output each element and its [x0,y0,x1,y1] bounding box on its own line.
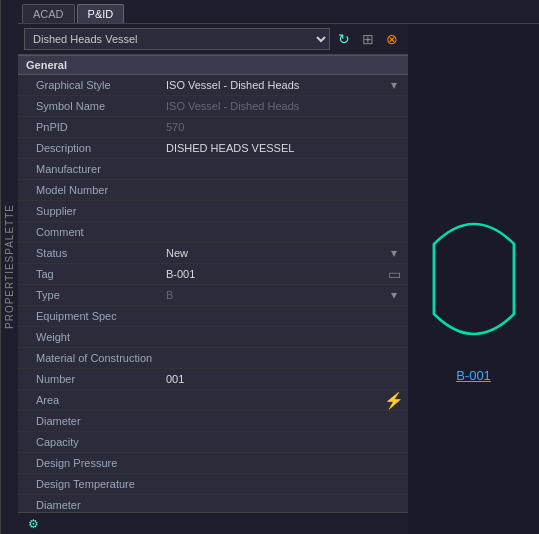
prop-label: Comment [22,226,162,238]
prop-value: ISO Vessel - Dished Heads [162,100,404,112]
prop-label: Manufacturer [22,163,162,175]
prop-value: B [162,289,384,301]
prop-label: Weight [22,331,162,343]
properties-panel: Dished Heads Vessel ↻ ⊞ ⊗ General Graphi… [18,24,408,534]
prop-label: Graphical Style [22,79,162,91]
prop-label: Diameter [22,499,162,511]
prop-label: Material of Construction [22,352,162,364]
prop-label: Equipment Spec [22,310,162,322]
vessel-select[interactable]: Dished Heads Vessel [24,28,330,50]
table-row: Capacity [18,432,408,453]
palette-label: PROPERTIESPALETTE [0,0,18,534]
table-row: Diameter [18,411,408,432]
link-icon[interactable]: ⊗ [382,29,402,49]
prop-label: Area [22,394,162,406]
panel-toolbar: Dished Heads Vessel ↻ ⊞ ⊗ [18,24,408,55]
prop-label: Number [22,373,162,385]
prop-label: Design Temperature [22,478,162,490]
grid-icon[interactable]: ⊞ [358,29,378,49]
main-area: ACAD P&ID Dished Heads Vessel ↻ ⊞ ⊗ Gene… [18,0,539,534]
tag-edit-icon[interactable]: ▭ [384,264,404,284]
prop-label: Status [22,247,162,259]
tab-pid[interactable]: P&ID [77,4,125,23]
table-row: Number001 [18,369,408,390]
lightning-icon[interactable]: ⚡ [384,390,404,410]
table-row: Comment [18,222,408,243]
prop-label: Description [22,142,162,154]
vessel-wrap: B-001 [419,199,529,359]
table-row: Area⚡ [18,390,408,411]
table-row: Graphical StyleISO Vessel - Dished Heads… [18,75,408,96]
tab-acad[interactable]: ACAD [22,4,75,23]
table-row: Design Pressure [18,453,408,474]
prop-label: Diameter [22,415,162,427]
table-row: Model Number [18,180,408,201]
settings-icon[interactable]: ⚙ [24,515,42,533]
canvas-area: B-001 [408,24,539,534]
dropdown-icon[interactable]: ▾ [384,285,404,305]
prop-label: Tag [22,268,162,280]
prop-value: New [162,247,384,259]
vessel-canvas-label: B-001 [456,368,491,383]
prop-value: 570 [162,121,404,133]
prop-label: Design Pressure [22,457,162,469]
tab-bar: ACAD P&ID [18,0,539,24]
props-scroll[interactable]: General Graphical StyleISO Vessel - Dish… [18,55,408,512]
prop-label: Supplier [22,205,162,217]
prop-value: 001 [162,373,404,385]
table-row: StatusNew▾ [18,243,408,264]
prop-label: Model Number [22,184,162,196]
table-row: Supplier [18,201,408,222]
prop-label: Type [22,289,162,301]
table-row: Manufacturer [18,159,408,180]
dropdown-icon[interactable]: ▾ [384,75,404,95]
table-row: TypeB▾ [18,285,408,306]
table-row: Design Temperature [18,474,408,495]
prop-value: ISO Vessel - Dished Heads [162,79,384,91]
prop-label: Capacity [22,436,162,448]
table-row: Material of Construction [18,348,408,369]
props-container: Graphical StyleISO Vessel - Dished Heads… [18,75,408,512]
prop-label: Symbol Name [22,100,162,112]
content-row: Dished Heads Vessel ↻ ⊞ ⊗ General Graphi… [18,24,539,534]
table-row: Symbol NameISO Vessel - Dished Heads [18,96,408,117]
table-row: DescriptionDISHED HEADS VESSEL [18,138,408,159]
table-row: TagB-001▭ [18,264,408,285]
section-general: General [18,55,408,75]
prop-label: PnPID [22,121,162,133]
prop-value: DISHED HEADS VESSEL [162,142,404,154]
bottom-icons: ⚙ [18,512,408,534]
table-row: Diameter [18,495,408,512]
table-row: Weight [18,327,408,348]
dropdown-icon[interactable]: ▾ [384,243,404,263]
prop-value: B-001 [162,268,384,280]
vessel-svg [419,199,529,359]
table-row: PnPID570 [18,117,408,138]
table-row: Equipment Spec [18,306,408,327]
refresh-icon[interactable]: ↻ [334,29,354,49]
